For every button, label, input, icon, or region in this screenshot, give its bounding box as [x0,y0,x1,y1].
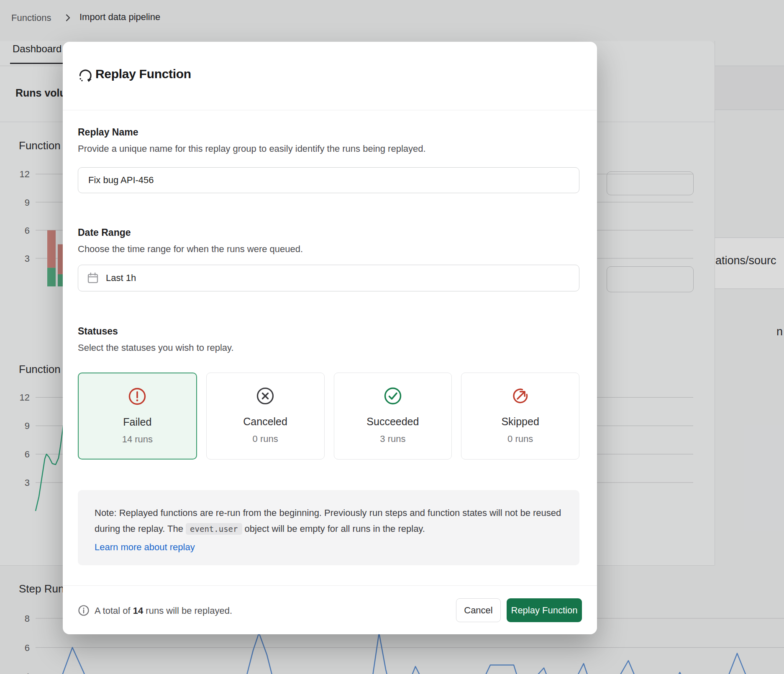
date-range-description: Choose the time range for when the runs … [78,244,303,255]
replay-name-input[interactable] [78,167,579,193]
status-run-count: 3 runs [380,434,405,444]
replay-icon [78,69,93,85]
check-circle-icon [383,386,402,406]
status-cards-row: Failed 14 runs Canceled 0 runs Succee [78,373,579,460]
learn-more-link[interactable]: Learn more about replay [95,539,195,555]
replay-summary: A total of 14 runs will be replayed. [95,605,232,616]
status-card-skipped[interactable]: Skipped 0 runs [461,373,579,460]
status-card-succeeded[interactable]: Succeeded 3 runs [334,373,452,460]
status-run-count: 0 runs [507,434,533,444]
statuses-label: Statuses [78,326,118,337]
statuses-description: Select the statuses you wish to replay. [78,342,234,353]
status-name: Canceled [243,416,287,428]
replay-name-label: Replay Name [78,127,138,138]
status-run-count: 0 runs [253,434,278,444]
replay-name-description: Provide a unique name for this replay gr… [78,143,426,154]
header-divider [63,110,597,110]
replay-note: Note: Replayed functions are re-run from… [78,490,579,565]
status-card-failed[interactable]: Failed 14 runs [78,373,197,460]
status-name: Failed [123,416,151,428]
cancel-button[interactable]: Cancel [456,598,501,622]
date-range-picker[interactable]: Last 1h [78,265,579,291]
status-name: Skipped [501,416,539,428]
status-card-canceled[interactable]: Canceled 0 runs [206,373,325,460]
info-icon [78,605,90,618]
date-range-label: Date Range [78,227,131,238]
replay-function-modal: Replay Function Replay Name Provide a un… [63,42,597,634]
skip-arrow-icon [511,386,530,406]
modal-title: Replay Function [95,67,191,81]
replay-count: 14 [133,605,143,616]
status-run-count: 14 runs [122,434,153,445]
note-text-suffix: object will be empty for all runs in the… [242,523,425,534]
date-range-value: Last 1h [106,273,136,283]
status-name: Succeeded [366,416,419,428]
code-chip: event.user [186,523,242,535]
calendar-icon [87,272,99,284]
alert-circle-icon [128,387,147,406]
cancel-circle-icon [256,386,275,406]
replay-function-button[interactable]: Replay Function [507,598,582,622]
footer-divider [63,585,597,586]
